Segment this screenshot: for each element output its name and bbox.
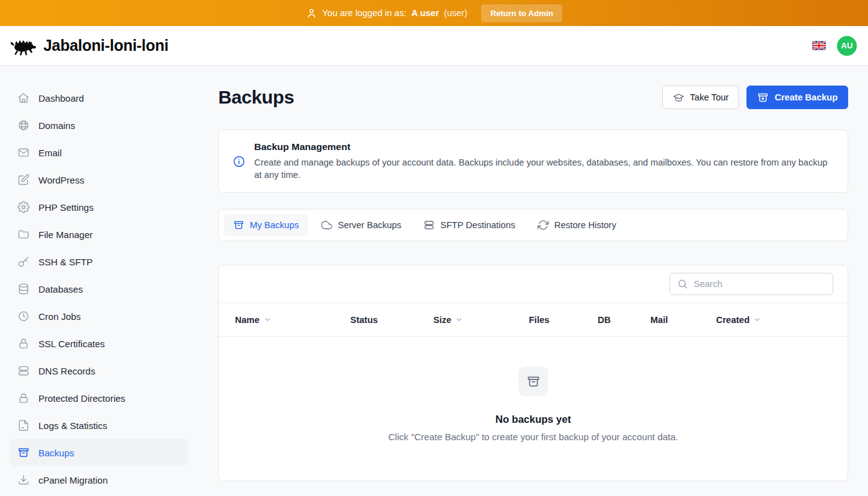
mail-icon [17,146,30,159]
sidebar-item-email[interactable]: Email [10,139,188,166]
brand[interactable]: Jabaloni-loni-loni [9,35,169,56]
sidebar-item-label: Cron Jobs [38,311,81,322]
sidebar-item-dns-records[interactable]: DNS Records [10,357,188,384]
main-content: Backups Take Tour Create Backup Backup M… [198,66,868,496]
sidebar-item-label: WordPress [38,175,84,185]
tab-sftp-destinations[interactable]: SFTP Destinations [414,214,525,236]
sidebar-item-cpanel-migration[interactable]: cPanel Migration [10,466,188,494]
empty-archive-icon [518,366,548,396]
sidebar-item-label: Email [38,148,62,158]
key-icon [17,255,30,268]
logged-in-message: You are logged in as: A user (user) [306,7,467,19]
info-icon [232,155,246,168]
sidebar-item-label: PHP Settings [38,202,94,213]
sidebar-item-ssh-sftp[interactable]: SSH & SFTP [10,248,188,275]
column-header-files: Files [529,315,598,325]
user-icon [306,7,317,19]
edit-icon [17,174,30,186]
file-text-icon [17,419,30,432]
sidebar-item-label: SSL Certificates [38,339,105,349]
table-header-row: Name Status Size Files DB Mail [219,303,848,337]
column-header-db: DB [598,315,650,325]
folder-icon [17,228,30,241]
take-tour-button[interactable]: Take Tour [662,86,740,109]
logged-in-prefix: You are logged in as: [322,8,407,18]
column-header-created[interactable]: Created [716,315,848,325]
tab-restore-history[interactable]: Restore History [528,214,626,236]
app-header: Jabaloni-loni-loni AU [0,26,868,66]
page-title: Backups [218,87,294,108]
info-card-title: Backup Management [254,141,834,153]
sidebar-item-databases[interactable]: Databases [10,275,188,303]
column-header-name[interactable]: Name [235,315,350,325]
server-icon [423,219,435,231]
sidebar-item-wordpress[interactable]: WordPress [10,166,188,193]
sidebar-nav: Dashboard Domains Email WordPress PHP Se… [0,66,198,496]
backup-tabs: My Backups Server Backups SFTP Destinati… [218,209,848,241]
create-backup-button[interactable]: Create Backup [746,86,848,109]
refresh-icon [538,219,549,231]
sidebar-item-protected-directories[interactable]: Protected Directories [10,384,188,412]
graduation-cap-icon [673,92,684,104]
archive-down-icon [757,92,769,104]
sidebar-item-ssl-certificates[interactable]: SSL Certificates [10,330,188,357]
tab-label: Restore History [554,220,616,230]
cloud-icon [321,219,332,231]
sidebar-item-domains[interactable]: Domains [10,112,188,139]
sidebar-item-label: Dashboard [38,93,84,104]
logged-in-role: (user) [444,8,467,18]
sidebar-item-label: cPanel Migration [38,475,108,485]
sidebar-item-label: Databases [38,284,83,294]
empty-state-title: No backups yet [219,414,848,425]
backup-management-info-card: Backup Management Create and manage back… [218,130,848,193]
gear-icon [17,201,30,213]
search-icon [677,278,688,290]
tab-server-backups[interactable]: Server Backups [312,214,410,236]
sidebar-item-file-manager[interactable]: File Manager [10,221,188,248]
column-header-status: Status [350,315,433,325]
column-header-mail: Mail [650,315,716,325]
backups-table-card: Name Status Size Files DB Mail [218,265,848,481]
database-icon [17,283,30,295]
sidebar-item-label: Protected Directories [38,393,125,404]
column-header-size[interactable]: Size [433,315,529,325]
create-backup-label: Create Backup [774,92,838,102]
chevron-down-icon [264,316,272,324]
tab-label: Server Backups [338,220,401,230]
chevron-down-icon [753,316,761,324]
clock-icon [17,310,30,322]
boar-logo-icon [9,35,37,56]
sidebar-item-logs-statistics[interactable]: Logs & Statistics [10,412,188,439]
archive-icon [233,219,244,231]
download-icon [17,474,30,486]
tab-label: My Backups [250,220,299,230]
impersonation-bar: You are logged in as: A user (user) Retu… [0,0,868,26]
empty-state: No backups yet Click "Create Backup" to … [219,337,848,480]
app-title: Jabaloni-loni-loni [43,37,169,55]
server-icon [17,365,30,377]
sidebar-item-label: File Manager [38,229,93,240]
sidebar-item-cron-jobs[interactable]: Cron Jobs [10,303,188,330]
search-input[interactable] [670,273,833,295]
sidebar-item-dashboard[interactable]: Dashboard [10,84,188,112]
home-icon [17,92,30,104]
tab-my-backups[interactable]: My Backups [224,214,308,236]
logged-in-username: A user [411,8,439,18]
sidebar-item-php-settings[interactable]: PHP Settings [10,193,188,221]
sidebar-item-backups[interactable]: Backups [10,439,188,466]
info-card-description: Create and manage backups of your accoun… [254,156,834,181]
return-to-admin-button[interactable]: Return to Admin [481,4,562,22]
user-avatar[interactable]: AU [837,36,857,56]
tab-label: SFTP Destinations [440,220,515,230]
sidebar-item-label: DNS Records [38,366,95,376]
sidebar-item-label: Backups [38,448,74,458]
globe-icon [17,119,30,131]
take-tour-label: Take Tour [690,92,729,102]
lock-icon [17,337,30,350]
sidebar-item-label: SSH & SFTP [38,257,93,267]
archive-icon [17,446,30,459]
language-flag-icon[interactable] [812,41,826,50]
empty-state-description: Click "Create Backup" to create your fir… [219,432,848,442]
sidebar-item-label: Domains [38,120,75,131]
sidebar-item-label: Logs & Statistics [38,420,107,431]
